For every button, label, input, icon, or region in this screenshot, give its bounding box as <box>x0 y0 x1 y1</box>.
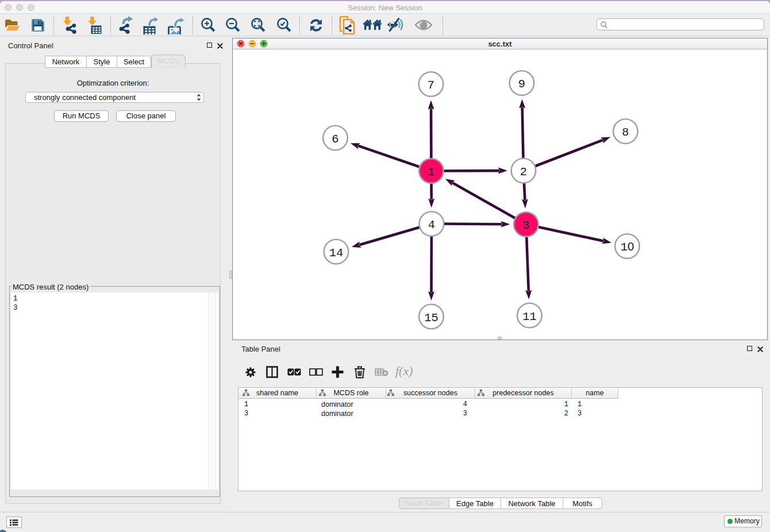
svg-text:10: 10 <box>621 240 634 254</box>
svg-text:4: 4 <box>428 218 435 232</box>
svg-text:3: 3 <box>522 219 529 232</box>
svg-text:14: 14 <box>329 246 344 260</box>
svg-text:11: 11 <box>522 310 537 323</box>
svg-text:9: 9 <box>518 78 525 91</box>
svg-text:8: 8 <box>622 126 629 139</box>
svg-text:7: 7 <box>428 79 434 92</box>
svg-text:15: 15 <box>424 311 438 325</box>
svg-text:2: 2 <box>520 165 527 179</box>
svg-text:1: 1 <box>428 165 434 179</box>
svg-text:6: 6 <box>332 133 338 146</box>
